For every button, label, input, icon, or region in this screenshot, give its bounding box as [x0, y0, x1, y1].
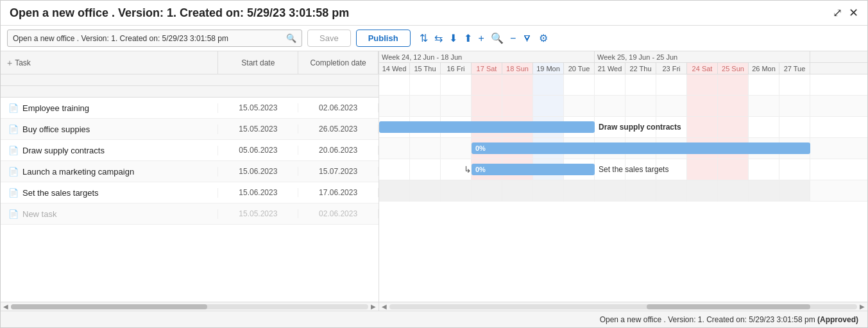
task-panel: + Task Start date Completion date 📄Emplo…	[1, 51, 379, 311]
task-row[interactable]: 📄Buy office suppies15.05.202326.05.2023	[1, 119, 379, 140]
gantt-grid-cell	[749, 74, 779, 95]
task-row[interactable]: 📄New task15.05.202302.06.2023	[1, 203, 379, 225]
gantt-scroll[interactable]: ◀ ▶	[379, 302, 867, 311]
gantt-grid-cell	[502, 96, 533, 116]
gantt-day-cell: 21 Wed	[595, 63, 625, 74]
gantt-scroll-track[interactable]	[389, 304, 857, 309]
task-name[interactable]: Launch a marketing campaign	[22, 167, 134, 177]
zoom-out-icon[interactable]: −	[510, 33, 516, 44]
task-end-date[interactable]: 02.06.2023	[298, 103, 379, 112]
task-row[interactable]: 📄Draw supply contracts05.06.202320.06.20…	[1, 140, 379, 161]
task-cell: 📄Buy office suppies	[1, 125, 218, 134]
task-start-date[interactable]: 15.06.2023	[218, 167, 298, 176]
gantt-grid-cell	[625, 96, 656, 116]
gantt-grid-cell	[656, 74, 687, 95]
main-window: Open a new office . Version: 1. Created …	[0, 0, 868, 328]
task-end-date[interactable]: 26.05.2023	[298, 125, 379, 134]
task-name[interactable]: Draw supply contracts	[22, 146, 105, 155]
gantt-grid-cell	[472, 96, 502, 116]
gantt-grid-cell	[718, 96, 749, 116]
status-approved: (Approved)	[817, 315, 858, 324]
task-name[interactable]: Set the sales targets	[22, 188, 99, 198]
scroll-thumb[interactable]	[11, 304, 207, 309]
gantt-grid-cell	[379, 138, 410, 159]
task-doc-icon: 📄	[8, 146, 19, 155]
gantt-grid-cell	[656, 96, 687, 116]
download-icon[interactable]: ⬇	[449, 32, 457, 44]
filter-icon[interactable]: ⛛	[522, 33, 532, 44]
gantt-scroll-right[interactable]: ▶	[857, 303, 865, 310]
gantt-grid-cell	[502, 74, 533, 95]
gantt-grid-cell	[595, 180, 625, 201]
dependency-arrow: ↳	[464, 159, 472, 180]
gantt-day-cell: 25 Sun	[718, 63, 749, 74]
gantt-day-cell: 18 Sun	[502, 63, 533, 74]
scroll-left-arrow[interactable]: ◀	[3, 303, 11, 310]
task-name[interactable]: New task	[22, 209, 56, 219]
task-start-date[interactable]: 05.06.2023	[218, 146, 298, 155]
gantt-grid-cell	[564, 74, 595, 95]
gantt-row	[379, 74, 867, 96]
gantt-bar[interactable]: 0%	[472, 142, 810, 154]
gantt-scroll-left[interactable]: ◀	[382, 303, 389, 310]
task-cell: 📄Draw supply contracts	[1, 146, 218, 155]
gantt-panel: Week 24, 12 Jun - 18 JunWeek 25, 19 Jun …	[379, 51, 867, 311]
gantt-grid-cell	[779, 180, 810, 201]
settings-icon[interactable]: ⚙	[539, 32, 548, 44]
gantt-grid-cell	[441, 96, 472, 116]
title-input[interactable]: Open a new office . Version: 1. Created …	[7, 30, 302, 47]
task-scroll[interactable]: ◀ ▶	[1, 302, 379, 311]
task-start-date[interactable]: 15.05.2023	[218, 125, 298, 134]
task-row[interactable]: 📄Launch a marketing campaign15.06.202315…	[1, 161, 379, 182]
gantt-bar[interactable]	[379, 121, 595, 133]
task-cell: 📄Employee training	[1, 103, 218, 113]
search-icon[interactable]: 🔍	[286, 33, 296, 43]
task-end-date[interactable]: 20.06.2023	[298, 146, 379, 155]
task-end-date[interactable]: 15.07.2023	[298, 167, 379, 176]
expand-icon[interactable]: ⤢	[833, 6, 842, 20]
task-row[interactable]: 📄Set the sales targets15.06.202317.06.20…	[1, 182, 379, 203]
gantt-rows: Draw supply contracts0%0%Set the sales t…	[379, 74, 867, 302]
add-task-icon[interactable]: +	[7, 58, 12, 68]
gantt-grid-cell	[749, 96, 779, 116]
gantt-week-cell: Week 24, 12 Jun - 18 Jun	[379, 51, 595, 62]
task-end-date[interactable]: 02.06.2023	[298, 209, 379, 218]
gantt-day-header: 14 Wed15 Thu16 Fri17 Sat18 Sun19 Mon20 T…	[379, 63, 867, 74]
toolbar-actions: ⇅ ⇆ ⬇ ⬆ + 🔍 − ⛛ ⚙	[420, 32, 549, 44]
gantt-grid-cell	[779, 96, 810, 116]
scroll-right-arrow[interactable]: ▶	[368, 303, 376, 310]
task-row[interactable]: 📄Employee training15.05.202302.06.2023	[1, 98, 379, 119]
task-start-date[interactable]: 15.05.2023	[218, 209, 298, 218]
col-completion-header: Completion date	[298, 51, 379, 74]
close-icon[interactable]: ✕	[849, 6, 858, 20]
scroll-track[interactable]	[11, 304, 368, 309]
add-icon[interactable]: +	[479, 33, 484, 44]
save-button[interactable]: Save	[307, 30, 351, 47]
gantt-day-cell: 17 Sat	[472, 63, 502, 74]
window-controls: ⤢ ✕	[833, 6, 858, 20]
task-doc-icon: 📄	[8, 167, 19, 177]
week-spacer	[1, 74, 379, 86]
gantt-row	[379, 180, 867, 202]
input-value: Open a new office . Version: 1. Created …	[13, 34, 228, 43]
gantt-bar[interactable]: 0%	[472, 164, 595, 175]
upload-icon[interactable]: ⬆	[464, 32, 472, 44]
zoom-in-icon[interactable]: 🔍	[491, 32, 504, 44]
col-task-label: Task	[15, 58, 31, 67]
gantt-day-cell: 16 Fri	[441, 63, 472, 74]
task-cell: 📄Set the sales targets	[1, 188, 218, 198]
gantt-grid-cell	[718, 159, 749, 180]
gantt-scroll-thumb[interactable]	[647, 304, 810, 309]
task-start-date[interactable]: 15.05.2023	[218, 103, 298, 112]
collapse-all-icon[interactable]: ⇅	[420, 32, 428, 44]
task-name[interactable]: Buy office suppies	[22, 125, 90, 134]
expand-all-icon[interactable]: ⇆	[434, 32, 443, 44]
task-name[interactable]: Employee training	[22, 103, 89, 113]
task-end-date[interactable]: 17.06.2023	[298, 188, 379, 197]
task-start-date[interactable]: 15.06.2023	[218, 188, 298, 197]
gantt-grid-cell	[564, 180, 595, 201]
gantt-grid-cell	[656, 180, 687, 201]
gantt-grid-cell	[441, 138, 472, 159]
gantt-grid-cell	[533, 96, 564, 116]
publish-button[interactable]: Publish	[356, 30, 411, 47]
